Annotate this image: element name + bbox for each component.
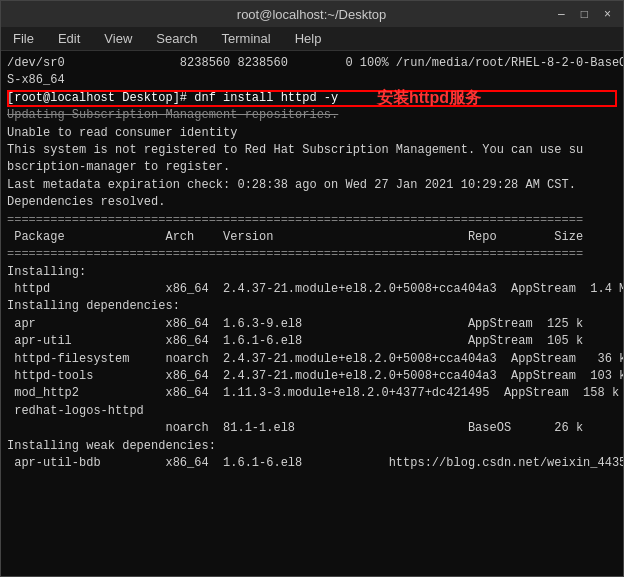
- installing-header: Installing:: [7, 264, 617, 281]
- close-button[interactable]: ×: [600, 7, 615, 21]
- menu-terminal[interactable]: Terminal: [218, 29, 275, 48]
- menu-help[interactable]: Help: [291, 29, 326, 48]
- weak-deps-header: Installing weak dependencies:: [7, 438, 617, 455]
- title-bar: root@localhost:~/Desktop – □ ×: [1, 1, 623, 27]
- pkg-apr: apr x86_64 1.6.3-9.el8 AppStream 125 k: [7, 316, 617, 333]
- pkg-apr-util: apr-util x86_64 1.6.1-6.el8 AppStream 10…: [7, 333, 617, 350]
- separator-2: ========================================…: [7, 246, 617, 263]
- terminal-line-6: Dependencies resolved.: [7, 194, 617, 211]
- pkg-mod-http2: mod_http2 x86_64 1.11.3-3.module+el8.2.0…: [7, 385, 617, 402]
- terminal-line-3: This system is not registered to Red Hat…: [7, 142, 617, 159]
- separator-1: ========================================…: [7, 212, 617, 229]
- pkg-apr-util-bdb: apr-util-bdb x86_64 1.6.1-6.el8 https://…: [7, 455, 617, 472]
- installing-deps-header: Installing dependencies:: [7, 298, 617, 315]
- pkg-redhat-logos-ver: noarch 81.1-1.el8 BaseOS 26 k: [7, 420, 617, 437]
- terminal-line-2: Unable to read consumer identity: [7, 125, 617, 142]
- window-controls[interactable]: – □ ×: [554, 7, 615, 21]
- terminal-line-5: Last metadata expiration check: 0:28:38 …: [7, 177, 617, 194]
- terminal-line-1: Updating Subscription Management reposit…: [7, 107, 617, 124]
- terminal-window: root@localhost:~/Desktop – □ × File Edit…: [0, 0, 624, 577]
- menu-bar: File Edit View Search Terminal Help: [1, 27, 623, 51]
- menu-view[interactable]: View: [100, 29, 136, 48]
- menu-edit[interactable]: Edit: [54, 29, 84, 48]
- command-highlight-container: [root@localhost Desktop]# dnf install ht…: [7, 90, 617, 107]
- pkg-httpd-fs: httpd-filesystem noarch 2.4.37-21.module…: [7, 351, 617, 368]
- terminal-line-4: bscription-manager to register.: [7, 159, 617, 176]
- terminal-line-0: /dev/sr0 8238560 8238560 0 100% /run/med…: [7, 55, 617, 72]
- pkg-httpd-tools: httpd-tools x86_64 2.4.37-21.module+el8.…: [7, 368, 617, 385]
- maximize-button[interactable]: □: [577, 7, 592, 21]
- terminal-line-0b: S-x86_64: [7, 72, 617, 89]
- table-header: Package Arch Version Repo Size: [7, 229, 617, 246]
- menu-search[interactable]: Search: [152, 29, 201, 48]
- terminal-content[interactable]: /dev/sr0 8238560 8238560 0 100% /run/med…: [1, 51, 623, 576]
- pkg-httpd: httpd x86_64 2.4.37-21.module+el8.2.0+50…: [7, 281, 617, 298]
- window-title: root@localhost:~/Desktop: [69, 7, 554, 22]
- terminal-command-line: [root@localhost Desktop]# dnf install ht…: [7, 90, 617, 107]
- pkg-redhat-logos: redhat-logos-httpd: [7, 403, 617, 420]
- minimize-button[interactable]: –: [554, 7, 569, 21]
- menu-file[interactable]: File: [9, 29, 38, 48]
